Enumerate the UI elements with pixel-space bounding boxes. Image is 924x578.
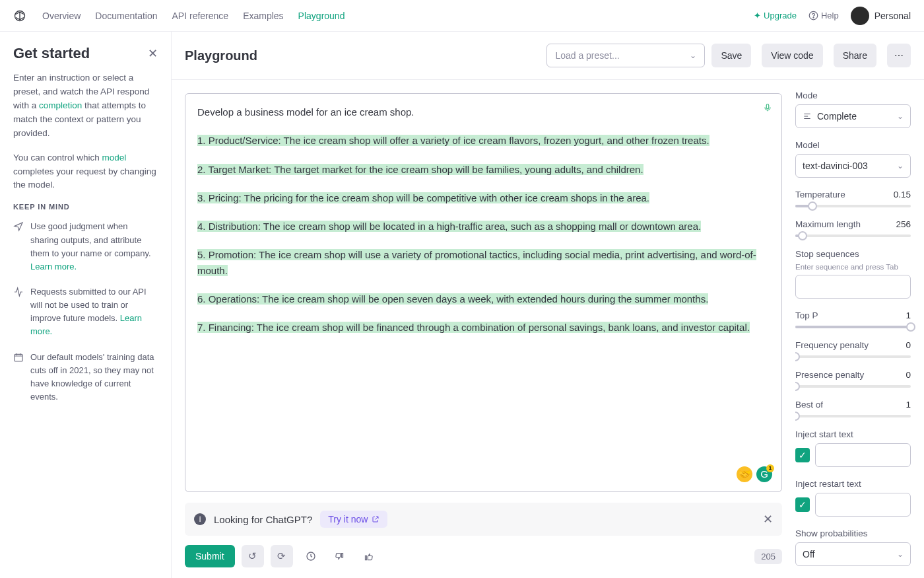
thumbs-down-button[interactable] <box>329 545 351 567</box>
showprob-label: Show probabilities <box>795 528 911 538</box>
inject-start-checkbox[interactable]: ✓ <box>795 448 810 462</box>
topp-slider[interactable] <box>795 326 911 328</box>
stop-sequences-input[interactable] <box>795 275 911 299</box>
learn-more-link[interactable]: Learn more. <box>30 262 77 271</box>
temperature-slider[interactable] <box>795 205 911 207</box>
slider-thumb[interactable] <box>795 352 800 361</box>
mode-label: Mode <box>795 90 911 100</box>
more-button[interactable]: ⋯ <box>887 44 911 67</box>
bestof-slider[interactable] <box>795 415 911 417</box>
help-label: Help <box>821 11 839 20</box>
model-select[interactable]: text-davinci-003 ⌄ <box>795 154 911 178</box>
pres-label: Presence penalty <box>795 370 864 380</box>
inject-restart-input[interactable] <box>815 493 911 517</box>
preset-select[interactable]: Load a preset... ⌄ <box>546 44 705 67</box>
freq-slider[interactable] <box>795 355 911 358</box>
pres-slider[interactable] <box>795 385 911 388</box>
upgrade-label: Upgrade <box>764 11 797 20</box>
tip-text: Use good judgment when sharing outputs, … <box>30 221 151 258</box>
save-button[interactable]: Save <box>711 44 751 67</box>
help-link[interactable]: Help <box>808 11 839 20</box>
completion-line: 3. Pricing: The pricing for the ice crea… <box>197 192 649 203</box>
tip-item: Requests submitted to our API will not b… <box>13 285 158 339</box>
chatgpt-banner: i Looking for ChatGPT? Try it now ✕ <box>185 503 782 536</box>
calendar-icon <box>13 352 24 404</box>
completion-line: 1. Product/Service: The ice cream shop w… <box>197 135 710 146</box>
prompt-text: Develop a business model for an ice crea… <box>197 104 770 120</box>
slider-thumb[interactable] <box>906 322 915 332</box>
main-area: Playground Load a preset... ⌄ Save View … <box>172 32 924 578</box>
mode-value: Complete <box>817 111 857 122</box>
sidebar-title: Get started <box>13 45 158 62</box>
action-row: Submit ↺ ⟳ 205 <box>185 545 782 567</box>
thumbs-up-button[interactable] <box>358 545 380 567</box>
regenerate-button[interactable]: ⟳ <box>271 545 293 567</box>
dismiss-banner-icon[interactable]: ✕ <box>763 512 773 526</box>
showprob-select[interactable]: Off ⌄ <box>795 542 911 566</box>
inject-restart-checkbox[interactable]: ✓ <box>795 497 810 512</box>
history-button[interactable] <box>300 545 322 567</box>
undo-icon: ↺ <box>248 550 257 562</box>
notification-badge: 1 <box>766 464 774 472</box>
freq-label: Frequency penalty <box>795 340 869 350</box>
inject-start-input[interactable] <box>815 443 911 467</box>
prompt-editor[interactable]: Develop a business model for an ice crea… <box>185 93 782 492</box>
handshake-icon[interactable]: 🤝 <box>737 466 752 482</box>
undo-button[interactable]: ↺ <box>242 545 264 567</box>
slider-thumb[interactable] <box>808 201 817 211</box>
sidebar-model-note: You can control which model completes yo… <box>13 151 158 193</box>
ellipsis-icon: ⋯ <box>894 50 904 61</box>
close-icon[interactable]: ✕ <box>148 46 158 61</box>
nav-playground[interactable]: Playground <box>298 11 345 21</box>
chevron-down-icon: ⌄ <box>897 161 904 170</box>
grammarly-icon[interactable]: G1 <box>756 466 772 482</box>
upgrade-link[interactable]: ✦ Upgrade <box>754 11 797 20</box>
microphone-icon[interactable] <box>763 102 772 114</box>
thumbs-down-icon <box>335 552 345 561</box>
thumbs-up-icon <box>364 552 374 561</box>
sidebar: ✕ Get started Enter an instruction or se… <box>0 32 172 578</box>
stop-helper: Enter sequence and press Tab <box>795 263 911 271</box>
nav-documentation[interactable]: Documentation <box>95 11 157 21</box>
nav-api-reference[interactable]: API reference <box>172 11 229 21</box>
svg-rect-3 <box>15 354 22 361</box>
mode-icon <box>803 112 812 121</box>
pres-value: 0 <box>906 370 911 380</box>
playground-header: Playground Load a preset... ⌄ Save View … <box>172 32 924 80</box>
inject-start-label: Inject start text <box>795 429 911 439</box>
completion-line: 7. Financing: The ice cream shop will be… <box>197 322 750 333</box>
settings-panel: Mode Complete ⌄ Model text-davinci-003 ⌄ <box>795 80 924 578</box>
completion-line: 6. Operations: The ice cream shop will b… <box>197 293 708 305</box>
paper-plane-icon <box>13 221 24 273</box>
svg-point-2 <box>813 17 814 18</box>
chevron-down-icon: ⌄ <box>897 550 904 559</box>
sidebar-intro: Enter an instruction or select a preset,… <box>13 71 158 141</box>
account-menu[interactable]: Personal <box>851 7 911 25</box>
share-button[interactable]: Share <box>834 44 876 67</box>
model-link[interactable]: model <box>102 153 127 163</box>
maxlen-slider[interactable] <box>795 235 911 237</box>
completion-link[interactable]: completion <box>39 100 82 110</box>
nav-overview[interactable]: Overview <box>42 11 81 21</box>
completion-line: 4. Distribution: The ice cream shop will… <box>197 221 701 232</box>
slider-thumb[interactable] <box>795 382 800 391</box>
top-nav: Overview Documentation API reference Exa… <box>0 0 924 32</box>
temperature-label: Temperature <box>795 190 845 199</box>
activity-icon <box>13 287 24 339</box>
topp-value: 1 <box>906 310 911 320</box>
slider-thumb[interactable] <box>798 231 807 240</box>
showprob-value: Off <box>803 549 814 560</box>
mode-select[interactable]: Complete ⌄ <box>795 104 911 128</box>
slider-thumb[interactable] <box>795 412 800 421</box>
submit-button[interactable]: Submit <box>185 545 235 567</box>
editor-corner-icons: 🤝 G1 <box>737 466 772 482</box>
try-it-now-button[interactable]: Try it now <box>320 511 387 528</box>
tip-item: Our default models' training data cuts o… <box>13 351 158 404</box>
completion-line: 5. Promotion: The ice cream shop will us… <box>197 249 756 275</box>
nav-examples[interactable]: Examples <box>243 11 283 21</box>
completion-line: 2. Target Market: The target market for … <box>197 164 644 175</box>
model-label: Model <box>795 140 911 150</box>
bolt-icon: ✦ <box>754 11 761 20</box>
bestof-label: Best of <box>795 400 823 410</box>
view-code-button[interactable]: View code <box>762 44 822 67</box>
